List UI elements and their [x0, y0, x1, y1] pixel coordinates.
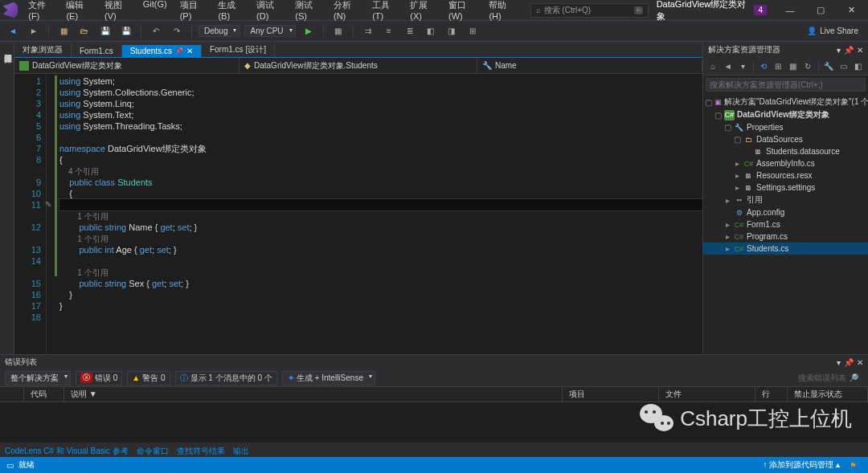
notification-badge[interactable]: 4: [754, 5, 767, 15]
code-line[interactable]: using System.Collections.Generic;: [59, 87, 702, 98]
code-line[interactable]: 1 个引用: [59, 233, 702, 244]
messages-filter[interactable]: ⓘ显示 1 个消息中的 0 个: [175, 371, 277, 385]
errors-filter[interactable]: ⓧ错误 0: [76, 371, 122, 385]
column-header[interactable]: 说明 ▼: [64, 387, 563, 402]
close-button[interactable]: ✕: [837, 2, 865, 19]
column-header[interactable]: [0, 387, 24, 402]
close-icon[interactable]: ✕: [857, 46, 863, 55]
code-line[interactable]: using System;: [59, 75, 702, 87]
scope-dropdown[interactable]: 整个解决方案: [5, 371, 71, 385]
nav-project[interactable]: DataGridView绑定类对象: [14, 59, 240, 73]
doc-tab[interactable]: Form1.cs: [72, 45, 122, 57]
column-header[interactable]: 行: [755, 387, 788, 402]
warnings-filter[interactable]: ▲警告 0: [127, 371, 170, 385]
tree-row[interactable]: ▸🗎Settings.settings: [703, 181, 868, 194]
menu-item[interactable]: 调试(D): [251, 0, 288, 23]
platform-dropdown[interactable]: Any CPU: [244, 25, 295, 37]
dropdown-icon[interactable]: ▾: [837, 46, 841, 55]
tree-row[interactable]: ▸▪▪引用: [703, 194, 868, 206]
code-line[interactable]: {: [59, 154, 702, 165]
start-debug-button[interactable]: ▶: [301, 23, 317, 39]
code-line[interactable]: using System.Linq;: [59, 98, 702, 109]
sync-icon[interactable]: ⟲: [756, 59, 770, 74]
nav-member[interactable]: 🔧Name: [477, 59, 702, 71]
liveshare-button[interactable]: 👤 Live Share: [802, 25, 863, 37]
code-line[interactable]: }: [59, 300, 702, 312]
tb-a-icon[interactable]: ⊞: [772, 59, 785, 74]
column-header[interactable]: 文件: [659, 387, 755, 402]
nav-class[interactable]: ◆DataGridView绑定类对象.Students: [240, 59, 477, 73]
code-line[interactable]: public string Name { get; set; }: [59, 222, 702, 233]
tb-icon-1[interactable]: ▦: [330, 23, 346, 39]
menu-item[interactable]: Git(G): [137, 0, 173, 23]
doc-tab[interactable]: Form1.cs [设计]: [202, 43, 275, 57]
menu-item[interactable]: 文件(F): [23, 0, 59, 23]
menu-item[interactable]: 编辑(E): [60, 0, 97, 23]
new-project-button[interactable]: ▦: [55, 23, 72, 39]
tree-row[interactable]: ▸C#Students.cs: [703, 243, 868, 255]
code-line[interactable]: [59, 255, 702, 267]
code-line[interactable]: [59, 132, 702, 143]
view-icon[interactable]: ◧: [851, 59, 865, 74]
output-tab[interactable]: 输出: [233, 446, 249, 455]
output-tab[interactable]: CodeLens C# 和 Visual Basic 参考: [5, 446, 129, 455]
doc-tab[interactable]: 对象浏览器: [14, 43, 72, 57]
menu-item[interactable]: 工具(T): [366, 0, 403, 23]
tb-icon-7[interactable]: ⊞: [465, 23, 481, 39]
minimize-button[interactable]: —: [776, 2, 804, 19]
tree-row[interactable]: ⚙App.config: [703, 206, 868, 218]
redo-button[interactable]: ↷: [169, 23, 185, 39]
save-all-button[interactable]: 💾: [118, 23, 134, 39]
tree-row[interactable]: ▸C#Program.cs: [703, 230, 868, 243]
code-line[interactable]: ✎: [59, 199, 702, 210]
add-scm[interactable]: ↑ 添加到源代码管理 ▴: [758, 459, 845, 471]
nav-back-button[interactable]: ◄: [5, 23, 21, 39]
menu-item[interactable]: 项目(P): [174, 0, 211, 23]
notif-icon[interactable]: ⚑: [845, 461, 862, 470]
code-line[interactable]: 1 个引用: [59, 267, 702, 278]
code-line[interactable]: 1 个引用: [59, 210, 702, 222]
pin-icon[interactable]: 📌: [844, 358, 854, 367]
home-icon[interactable]: ⌂: [706, 59, 720, 74]
tb-b-icon[interactable]: ▦: [786, 59, 800, 74]
code-line[interactable]: [59, 312, 702, 323]
code-line[interactable]: namespace DataGridView绑定类对象: [59, 143, 702, 154]
tree-row[interactable]: ▸🗎Resources.resx: [703, 169, 868, 181]
tb-icon-4[interactable]: ≣: [402, 23, 418, 39]
tb-icon-2[interactable]: ⇉: [360, 23, 376, 39]
tree-row[interactable]: ▢🗀DataSources: [703, 133, 868, 145]
tree-root[interactable]: ▢▣解决方案"DataGridView绑定类对象"(1 个项目/共 1 个: [703, 96, 868, 108]
undo-button[interactable]: ↶: [148, 23, 164, 39]
refresh-icon[interactable]: ↻: [801, 59, 815, 74]
back-icon[interactable]: ◄: [722, 59, 735, 74]
maximize-button[interactable]: ▢: [807, 2, 834, 19]
doc-tab[interactable]: Students.cs 📌 ✕: [122, 45, 202, 57]
config-dropdown[interactable]: Debug: [199, 25, 240, 37]
dropdown-icon[interactable]: ▾: [837, 358, 841, 367]
save-button[interactable]: 💾: [97, 23, 113, 39]
solution-search-input[interactable]: [706, 78, 866, 92]
code-line[interactable]: {: [59, 188, 702, 199]
menu-item[interactable]: 窗口(W): [443, 0, 481, 23]
output-tab[interactable]: 命令窗口: [137, 446, 169, 455]
menu-item[interactable]: 测试(S): [289, 0, 326, 23]
pin-icon[interactable]: 📌: [844, 46, 854, 55]
output-tab[interactable]: 查找符号结果: [177, 446, 225, 455]
code-line[interactable]: using System.Text;: [59, 109, 702, 120]
code-line[interactable]: 4 个引用: [59, 165, 702, 177]
menu-item[interactable]: 扩展(X): [404, 0, 441, 23]
open-button[interactable]: 🗁: [76, 23, 92, 39]
tree-row[interactable]: ▸C#Form1.cs: [703, 218, 868, 230]
code-line[interactable]: public string Sex { get; set; }: [59, 278, 702, 289]
tree-row[interactable]: ▢🔧Properties: [703, 121, 868, 133]
column-header[interactable]: 禁止显示状态: [788, 387, 868, 402]
tb-icon-6[interactable]: ◨: [444, 23, 460, 39]
menu-item[interactable]: 帮助(H): [483, 0, 520, 23]
showall-icon[interactable]: ▭: [837, 59, 850, 74]
tree-row[interactable]: ▸C#AssemblyInfo.cs: [703, 157, 868, 169]
code-line[interactable]: public int Age { get; set; }: [59, 244, 702, 255]
close-icon[interactable]: ✕: [857, 358, 863, 367]
tree-row[interactable]: 🗎Students.datasource: [703, 145, 868, 157]
menu-item[interactable]: 视图(V): [99, 0, 136, 23]
code-line[interactable]: }: [59, 289, 702, 300]
